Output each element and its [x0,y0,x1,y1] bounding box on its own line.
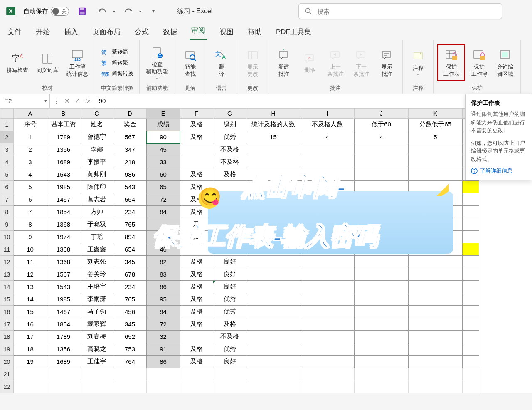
tab-文件[interactable]: 文件 [6,24,23,40]
cell[interactable]: 11 [14,256,47,268]
column-header[interactable]: D [113,109,147,119]
cell[interactable] [246,143,300,156]
header-cell[interactable]: 低于60 [355,119,409,131]
cell[interactable]: 654 [113,243,147,256]
cell[interactable]: 3 [14,156,47,168]
cell[interactable]: 72 [147,318,180,331]
cell[interactable]: 马子钧 [80,306,113,318]
undo-button[interactable] [96,5,109,17]
column-header[interactable]: K [409,109,463,119]
cell[interactable]: 15 [246,131,300,143]
cell[interactable] [355,343,409,356]
cell[interactable]: 94 [147,306,180,318]
spreadsheet-grid[interactable]: ABCDEFGHIJK1序号基本工资姓名奖金成绩及格级别统计及格的人数不及格人数… [0,108,532,393]
cell[interactable]: 8 [14,218,47,231]
autosave-toggle[interactable]: 自动保存 关 [23,7,69,16]
row-header[interactable]: 8 [0,206,14,218]
row-header[interactable]: 2 [0,131,14,143]
cell[interactable]: 刘春梅 [80,331,113,343]
cell[interactable]: 456 [113,306,147,318]
header-cell[interactable]: 级别 [213,119,246,131]
cell[interactable]: 1789 [47,131,80,143]
cell[interactable]: 优秀 [213,131,246,143]
cell[interactable] [409,143,463,156]
column-header[interactable]: B [47,109,80,119]
cell[interactable]: 2 [14,143,47,156]
cell[interactable]: 1567 [47,268,80,281]
cell[interactable] [300,268,355,281]
cell[interactable]: 蒿志岩 [80,193,113,206]
next-comment-button[interactable]: 下一 条批注 [349,46,373,79]
tab-数据[interactable]: 数据 [161,24,179,40]
translate-button[interactable]: 文A翻 译 [209,46,234,79]
cell[interactable]: 优秀 [213,306,246,318]
cell[interactable]: 1985 [47,293,80,306]
cell[interactable]: 4 [14,168,47,181]
cell[interactable]: 刘志强 [80,256,113,268]
learn-more-link[interactable]: ? 了解详细信息 [471,167,527,175]
cell[interactable]: 82 [147,256,180,268]
save-button[interactable] [76,5,89,17]
cell[interactable]: 戴家辉 [80,318,113,331]
cell[interactable]: 1467 [47,306,80,318]
enter-icon[interactable]: ✓ [75,97,80,105]
cell[interactable] [355,281,409,293]
protect-sheet-button[interactable]: 保护 工作表 [439,46,463,79]
cell[interactable]: 894 [113,231,147,243]
cell[interactable]: 1368 [47,256,80,268]
cell[interactable]: 65 [147,181,180,193]
cell[interactable] [246,343,300,356]
cell[interactable] [355,318,409,331]
cell[interactable]: 良好 [213,281,246,293]
cell[interactable] [355,331,409,343]
header-cell[interactable]: 统计及格的人数 [246,119,300,131]
cell[interactable] [300,256,355,268]
cell[interactable] [180,331,213,343]
cell[interactable] [355,306,409,318]
undo-dropdown-icon[interactable]: ▾ [113,9,115,14]
qat-customize-icon[interactable]: ▾ [152,8,155,14]
cell[interactable]: 姜美玲 [80,268,113,281]
cell[interactable]: 753 [113,343,147,356]
cell[interactable]: 1 [14,131,47,143]
cell[interactable]: 不及格 [213,156,246,168]
cell[interactable] [180,156,213,168]
cell[interactable] [409,281,463,293]
workbook-stats-button[interactable]: 123工作簿 统计信息 [63,46,91,79]
cell[interactable]: 765 [113,218,147,231]
cell[interactable]: 1368 [47,243,80,256]
cell[interactable]: 567 [113,131,147,143]
cell[interactable]: 及格 [180,306,213,318]
row-header[interactable]: 3 [0,143,14,156]
cell[interactable]: 李娜 [80,143,113,156]
thesaurus-button[interactable]: 同义词库 [33,49,62,76]
cell[interactable] [300,143,355,156]
cell[interactable]: 19 [14,356,47,368]
cell[interactable]: 543 [113,181,147,193]
allow-edit-ranges-button[interactable]: 允许编 辑区域 [493,46,517,79]
cell[interactable]: 90 [147,131,180,143]
cell[interactable]: 91 [147,343,180,356]
cell[interactable]: 1985 [47,181,80,193]
cell[interactable] [355,356,409,368]
cell[interactable] [180,143,213,156]
cell[interactable] [246,168,300,181]
cell[interactable] [409,156,463,168]
cell[interactable]: 良好 [213,356,246,368]
cell[interactable]: 10 [14,243,47,256]
cell[interactable]: 李雨潇 [80,293,113,306]
cell[interactable]: 7 [14,206,47,218]
cell[interactable]: 良好 [213,256,246,268]
row-header[interactable]: 15 [0,293,14,306]
cell[interactable] [300,156,355,168]
cell[interactable]: 15 [14,306,47,318]
cell[interactable]: 14 [14,293,47,306]
cell[interactable] [409,343,463,356]
cell[interactable]: 4 [355,131,409,143]
cell[interactable]: 652 [113,331,147,343]
column-header[interactable]: E [147,109,180,119]
header-cell[interactable]: 成绩 [147,119,180,131]
row-header[interactable]: 6 [0,181,14,193]
cell[interactable] [246,356,300,368]
cell[interactable]: 5 [14,181,47,193]
